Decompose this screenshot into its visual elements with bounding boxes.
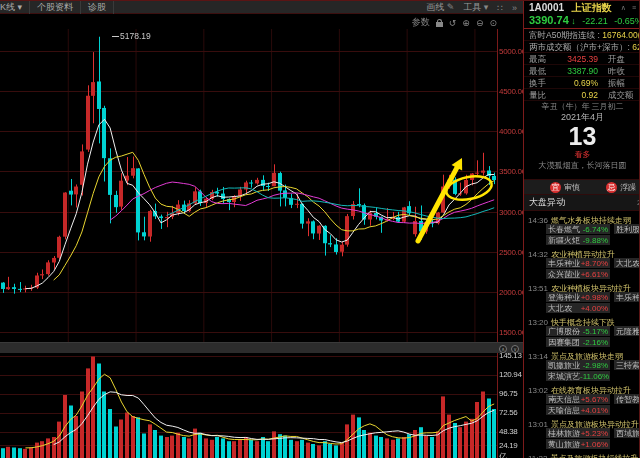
volume-ratio-value: 0.92 — [548, 89, 598, 100]
price-axis-label: 1500.00 — [499, 328, 523, 337]
lunar-date: 辛丑（牛）年 三月初二 — [524, 101, 640, 112]
peak-tick-line — [112, 36, 119, 37]
daily-poem: 大漠孤烟直，长河落日圆 — [524, 160, 640, 172]
volume-axis-unit: 亿 — [499, 451, 523, 458]
chart-splitter[interactable]: ∧ ∨ — [0, 342, 523, 353]
amount-label: 成交额 — [598, 89, 638, 100]
news-item[interactable]: 11:22景点及旅游板块短线拉升 西域旅游+2.73%中视传媒 — [524, 451, 640, 458]
peak-price-label: 5178.19 — [112, 31, 151, 41]
right-panel: 1A0001 上证指数 ∧ ≡ 3390.74 ↓ -22.21 -0.65% … — [523, 1, 640, 458]
trading-app-window: K线 ▾ 个股资料 诊股 画线 ✎ 工具 ▾ ∷ » 参数 ↺ ⊕ ⊖ ⊙ 51… — [0, 0, 640, 458]
news-item[interactable]: 14:32农业种植异动拉升 丰乐种业+8.70%大北农 众兴菌业+6.61% — [524, 247, 640, 279]
chevron-down-icon: ▾ — [484, 2, 489, 12]
quote-details: 富时A50期指连续 : 16764.00(-0.36%) 两市成交额（沪市+深市… — [524, 29, 640, 101]
menu-kline[interactable]: K线 ▾ — [0, 1, 30, 14]
price-axis-label: 3000.00 — [499, 208, 523, 217]
stock-chip[interactable]: 桂林旅游+5.23% — [546, 428, 610, 438]
stock-name: 上证指数 — [572, 2, 612, 13]
price-change: -22.21 — [582, 16, 608, 26]
quote-header[interactable]: 1A0001 上证指数 ∧ ≡ 3390.74 ↓ -22.21 -0.65% — [524, 1, 640, 29]
zoom-in-icon[interactable]: ⊕ — [462, 18, 470, 28]
stock-code: 1A0001 — [529, 2, 564, 13]
grid-view-icon[interactable]: ∷ — [497, 3, 503, 13]
news-item[interactable]: 13:14景点及旅游板块走弱 凯撒旅业-2.98%三特索道 宋城演艺-11.06… — [524, 349, 640, 381]
candlestick-chart[interactable] — [0, 29, 523, 342]
news-section-header: 大盘异动 2021-04-13 — [524, 195, 640, 211]
price-axis-label: 2000.00 — [499, 288, 523, 297]
stock-chip[interactable]: 胜利股份 — [614, 224, 640, 234]
volume-axis-label: 96.75 — [499, 389, 523, 398]
stock-chip[interactable]: 元隆雅图 — [614, 326, 640, 336]
news-item[interactable]: 13:01景点及旅游板块异动拉升 桂林旅游+5.23%西域旅游 黄山旅游+1.0… — [524, 417, 640, 449]
expand-icon[interactable]: » — [512, 3, 517, 13]
stock-chip[interactable]: 三特索道 — [614, 360, 640, 370]
menu-stock-info[interactable]: 个股资料 — [30, 1, 81, 14]
reset-zoom-icon[interactable]: ⊙ — [489, 18, 497, 28]
news-item[interactable]: 14:36燃气水务板块持续走弱 长春燃气-6.74%胜利股份 新疆火炬-9.88… — [524, 213, 640, 245]
stock-chip[interactable]: 丰乐种业 — [614, 292, 640, 302]
stock-chip[interactable]: 天喻信息+4.01% — [546, 405, 610, 415]
stock-chip[interactable]: 丰乐种业+8.70% — [546, 258, 610, 268]
last-price: 3390.74 — [529, 14, 569, 26]
low-value: 3387.90 — [548, 65, 598, 76]
volume-axis-label: 24.19 — [499, 441, 523, 450]
almanac-row: 宜审慎 忌浮躁 — [524, 179, 640, 195]
volume-ratio-label: 量比 — [524, 89, 548, 100]
calendar-widget: 辛丑（牛）年 三月初二 2021年4月 13 看多 大漠孤烟直，长河落日圆 — [524, 101, 640, 179]
stock-chip[interactable]: 广博股份-5.17% — [546, 326, 610, 336]
stock-chip[interactable]: 西域旅游 — [614, 428, 640, 438]
stock-chip[interactable]: 南天信息+5.67% — [546, 394, 610, 404]
news-item[interactable]: 13:51农业种植板块异动拉升 登海种业+0.98%丰乐种业 大北农+4.00% — [524, 281, 640, 313]
tools-dropdown[interactable]: 工具 ▾ — [463, 1, 488, 14]
volume-axis-label: 145.13 — [499, 351, 523, 360]
stock-chip[interactable]: 新疆火炬-9.88% — [546, 235, 610, 245]
dont-circle-icon: 忌 — [606, 182, 617, 193]
sentiment-tag: 看多 — [524, 149, 640, 160]
news-item[interactable]: 13:02在线教育板块异动拉升 南天信息+5.67%传智教育 天喻信息+4.01… — [524, 383, 640, 415]
stock-chip[interactable]: 众兴菌业+6.61% — [546, 269, 610, 279]
undo-icon[interactable]: ↺ — [449, 18, 457, 28]
turnover-rate-label: 换手 — [524, 77, 548, 88]
price-axis-label: 4500.00 — [499, 87, 523, 96]
pencil-icon: ✎ — [447, 2, 455, 12]
do-circle-icon: 宜 — [550, 182, 561, 193]
volume-chart[interactable] — [0, 353, 523, 458]
stock-chip[interactable]: 宋城演艺-11.06% — [546, 371, 610, 381]
draw-line-button[interactable]: 画线 ✎ — [426, 1, 454, 14]
amplitude-label: 振幅 — [598, 77, 638, 88]
stock-chip[interactable]: 大北农+4.00% — [546, 303, 610, 313]
stock-chip[interactable]: 黄山旅游+1.06% — [546, 439, 610, 449]
high-value: 3425.39 — [548, 53, 598, 64]
volume-axis-label: 48.38 — [499, 427, 523, 436]
calendar-day: 13 — [524, 123, 640, 149]
top-menu-bar: K线 ▾ 个股资料 诊股 画线 ✎ 工具 ▾ ∷ » — [0, 1, 523, 14]
stock-chip[interactable]: 长春燃气-6.74% — [546, 224, 610, 234]
low-label: 最低 — [524, 65, 548, 76]
stock-chip[interactable]: 因赛集团-2.16% — [546, 337, 610, 347]
lock-icon[interactable] — [436, 22, 443, 27]
turnover-rate-value: 0.69% — [548, 77, 598, 88]
news-item[interactable]: 13:20快手概念持续下跌 广博股份-5.17%元隆雅图 因赛集团-2.16% — [524, 315, 640, 347]
dont-badge[interactable]: 忌浮躁 — [606, 182, 636, 193]
menu-diagnose[interactable]: 诊股 — [81, 1, 114, 14]
open-label: 开盘 — [598, 53, 638, 64]
params-button[interactable]: 参数 — [412, 16, 430, 29]
market-news-list: 14:36燃气水务板块持续走弱 长春燃气-6.74%胜利股份 新疆火炬-9.88… — [524, 213, 640, 458]
stock-chip[interactable]: 凯撒旅业-2.98% — [546, 360, 610, 370]
stock-chip[interactable]: 传智教育 — [614, 394, 640, 404]
stock-chip[interactable]: 大北农 — [614, 258, 640, 268]
price-axis-label: 5000.00 — [499, 47, 523, 56]
news-title: 大盘异动 — [524, 196, 565, 209]
turnover-label: 两市成交额（沪市+深市）: — [529, 42, 630, 52]
panel-corner-icons[interactable]: ∧ ≡ — [621, 2, 638, 14]
price-change-pct: -0.65% — [614, 16, 640, 26]
volume-axis-label: 120.94 — [499, 370, 523, 379]
price-axis-label: 2500.00 — [499, 248, 523, 257]
price-axis-label: 4000.00 — [499, 127, 523, 136]
do-badge[interactable]: 宜审慎 — [550, 182, 580, 193]
prev-close-label: 昨收 — [598, 65, 638, 76]
volume-axis-label: 72.56 — [499, 408, 523, 417]
stock-chip[interactable]: 登海种业+0.98% — [546, 292, 610, 302]
zoom-out-icon[interactable]: ⊖ — [476, 18, 484, 28]
a50-value: 16764.00(-0.36%) — [602, 30, 640, 40]
